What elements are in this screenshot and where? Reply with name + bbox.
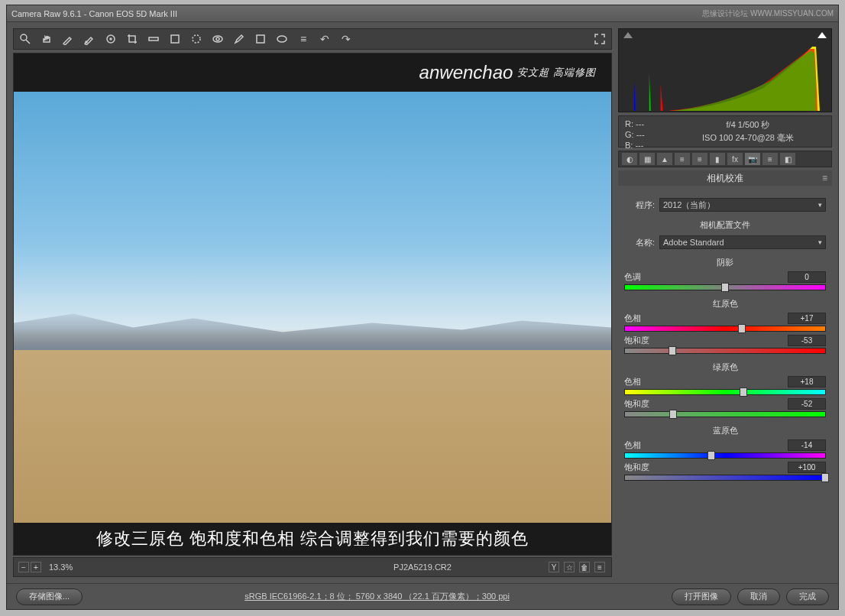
crop-tool-icon[interactable] <box>125 32 139 46</box>
svg-rect-5 <box>149 37 158 41</box>
svg-point-0 <box>21 34 27 41</box>
transform-icon[interactable] <box>168 32 182 46</box>
shadow-clip-icon[interactable] <box>623 32 633 38</box>
footer: 存储图像... sRGB IEC61966-2.1；8 位； 5760 x 38… <box>7 583 838 609</box>
fullscreen-icon[interactable] <box>593 32 607 46</box>
highlight-clip-icon[interactable] <box>817 32 827 38</box>
shadows-title: 阴影 <box>624 257 826 268</box>
green-title: 绿原色 <box>624 361 826 373</box>
svg-rect-10 <box>257 35 264 43</box>
save-button[interactable]: 存储图像... <box>16 588 83 605</box>
process-label: 程序: <box>624 199 655 211</box>
profile-label: 名称: <box>624 237 655 248</box>
spot-heal-icon[interactable] <box>189 32 203 46</box>
green-hue-slider[interactable] <box>624 389 826 395</box>
panel-menu-icon[interactable]: ≡ <box>822 173 827 183</box>
preview-footer: − + 13.3% PJ2A5219.CR2 Y ☆ 🗑 ≡ <box>13 557 612 577</box>
svg-point-4 <box>110 38 112 40</box>
trash-icon[interactable]: 🗑 <box>579 562 590 572</box>
tab-hsl[interactable]: ≡ <box>675 153 690 165</box>
rotate-cw-icon[interactable]: ↷ <box>339 32 353 46</box>
svg-point-11 <box>277 36 287 42</box>
workflow-link[interactable]: sRGB IEC61966-2.1；8 位； 5760 x 3840 （22.1… <box>90 591 664 602</box>
meta-exposure: f/4 1/500 秒 <box>727 119 770 131</box>
compare-toggle[interactable]: Y <box>549 562 559 572</box>
tab-presets[interactable]: ≡ <box>762 153 778 165</box>
red-sat-value[interactable]: -53 <box>788 335 826 346</box>
meta-iso: ISO 100 24-70@28 毫米 <box>702 132 794 144</box>
calibration-panel: 程序: 2012（当前）▾ 相机配置文件 名称: Adobe Standard▾… <box>618 189 832 577</box>
done-button[interactable]: 完成 <box>786 588 829 605</box>
zoom-out-button[interactable]: − <box>18 562 29 572</box>
cancel-button[interactable]: 取消 <box>737 588 780 605</box>
profile-title: 相机配置文件 <box>624 219 826 231</box>
gradient-icon[interactable] <box>254 32 267 46</box>
blue-sat-slider[interactable] <box>624 475 826 481</box>
metadata-panel: R: --- G: --- B: --- f/4 1/500 秒 ISO 100… <box>618 115 832 148</box>
red-hue-slider[interactable] <box>624 326 826 332</box>
tab-lens[interactable]: ▮ <box>710 153 725 165</box>
photo-preview[interactable] <box>14 92 611 523</box>
tab-snapshots[interactable]: ◧ <box>780 153 795 165</box>
red-title: 红原色 <box>624 298 826 310</box>
tab-split[interactable]: ≡ <box>692 153 707 165</box>
green-sat-slider[interactable] <box>624 411 826 417</box>
zoom-tool-icon[interactable] <box>18 32 32 46</box>
svg-point-9 <box>216 37 219 41</box>
redeye-icon[interactable] <box>211 32 225 46</box>
profile-select[interactable]: Adobe Standard▾ <box>659 235 826 249</box>
blue-sat-value[interactable]: +100 <box>788 462 826 473</box>
blue-hue-value[interactable]: -14 <box>788 439 826 451</box>
svg-line-1 <box>26 40 30 44</box>
preview-watermark: anwenchao 安文超 高端修图 <box>14 53 611 92</box>
tab-curve[interactable]: ▦ <box>639 153 655 165</box>
tint-value[interactable]: 0 <box>788 271 826 283</box>
tab-basic[interactable]: ◐ <box>622 153 637 165</box>
site-watermark: 思缘设计论坛 WWW.MISSYUAN.COM <box>702 8 834 19</box>
svg-point-3 <box>107 35 115 43</box>
brush-icon[interactable] <box>232 32 246 46</box>
rotate-ccw-icon[interactable]: ↶ <box>318 32 332 46</box>
meta-g: G: --- <box>625 130 671 139</box>
hand-tool-icon[interactable] <box>40 32 53 46</box>
preview-area: anwenchao 安文超 高端修图 修改三原色 饱和度和色相 综合调整得到我们… <box>13 53 612 556</box>
red-sat-slider[interactable] <box>624 348 826 354</box>
panel-tabs: ◐ ▦ ▲ ≡ ≡ ▮ fx 📷 ≡ ◧ <box>618 151 832 167</box>
open-button[interactable]: 打开图像 <box>672 588 731 605</box>
svg-point-7 <box>193 35 200 43</box>
target-adjust-icon[interactable] <box>104 32 118 46</box>
zoom-level[interactable]: 13.3% <box>49 563 73 572</box>
toolbar: ≡ ↶ ↷ <box>13 28 612 50</box>
meta-b: B: --- <box>625 141 671 150</box>
svg-point-8 <box>213 36 222 42</box>
adjust-icon[interactable]: ≡ <box>594 562 605 572</box>
tint-slider[interactable] <box>624 284 826 290</box>
green-hue-value[interactable]: +18 <box>788 376 826 387</box>
zoom-in-button[interactable]: + <box>31 562 41 572</box>
tab-detail[interactable]: ▲ <box>657 153 672 165</box>
caption-text: 修改三原色 饱和度和色相 综合调整得到我们需要的颜色 <box>14 523 611 555</box>
rating-icon[interactable]: ☆ <box>564 562 575 572</box>
titlebar: Camera Raw 9.6.1 - Canon EOS 5D Mark III… <box>7 5 838 22</box>
color-sampler-icon[interactable] <box>83 32 96 46</box>
tab-fx[interactable]: fx <box>727 153 743 165</box>
blue-title: 蓝原色 <box>624 425 826 436</box>
tint-label: 色调 <box>624 271 658 283</box>
filename-label: PJ2A5219.CR2 <box>393 563 452 572</box>
svg-rect-6 <box>171 35 179 43</box>
panel-title: 相机校准 ≡ <box>618 170 832 186</box>
process-select[interactable]: 2012（当前）▾ <box>659 198 826 212</box>
app-title: Camera Raw 9.6.1 - Canon EOS 5D Mark III <box>11 9 177 18</box>
app-window: Camera Raw 9.6.1 - Canon EOS 5D Mark III… <box>6 5 839 610</box>
white-balance-icon[interactable] <box>61 32 75 46</box>
tab-calibration[interactable]: 📷 <box>745 153 760 165</box>
histogram[interactable] <box>618 28 832 112</box>
blue-hue-slider[interactable] <box>624 452 826 459</box>
radial-icon[interactable] <box>275 32 289 46</box>
prefs-icon[interactable]: ≡ <box>296 32 310 46</box>
meta-r: R: --- <box>625 119 671 128</box>
green-sat-value[interactable]: -52 <box>788 398 826 410</box>
red-hue-value[interactable]: +17 <box>788 313 826 324</box>
straighten-icon[interactable] <box>147 32 160 46</box>
